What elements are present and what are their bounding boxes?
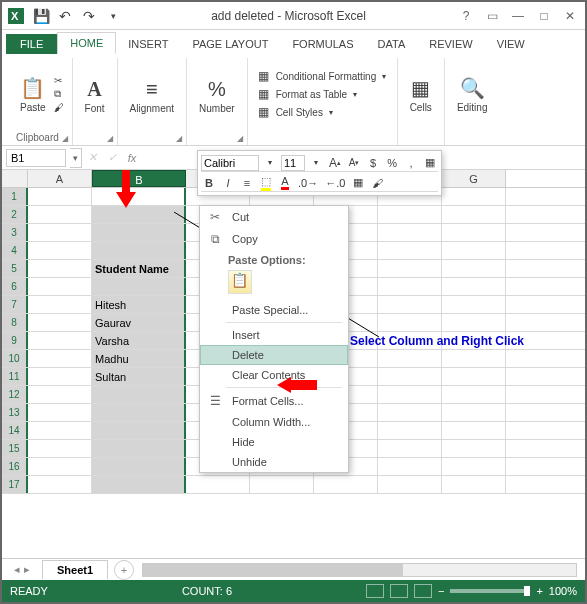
cell-B12[interactable] — [92, 386, 186, 403]
sheet-tab-1[interactable]: Sheet1 — [42, 560, 108, 579]
maximize-button[interactable]: □ — [531, 6, 557, 26]
mini-border2[interactable]: ≡ — [239, 174, 255, 192]
cell-G7[interactable] — [442, 296, 506, 313]
format-painter-icon[interactable]: 🖌 — [54, 102, 64, 113]
row-header-15[interactable]: 15 — [2, 440, 28, 457]
font-button[interactable]: AFont — [81, 76, 109, 116]
col-header-b[interactable]: B — [92, 170, 186, 187]
ctx-clear-contents[interactable]: Clear Contents — [200, 365, 348, 385]
cell-B10[interactable]: Madhu — [92, 350, 186, 367]
row-header-11[interactable]: 11 — [2, 368, 28, 385]
clipboard-launcher[interactable]: ◢ — [62, 134, 68, 143]
cell-F6[interactable] — [378, 278, 442, 295]
tab-view[interactable]: VIEW — [485, 34, 537, 54]
cell-F7[interactable] — [378, 296, 442, 313]
format-as-table-button[interactable]: ▦Format as Table▾ — [256, 86, 389, 102]
conditional-formatting-button[interactable]: ▦Conditional Formatting▾ — [256, 68, 389, 84]
tab-data[interactable]: DATA — [366, 34, 418, 54]
mini-merge[interactable]: ▦ — [350, 174, 366, 192]
mini-dec-decimal[interactable]: .0→ — [296, 174, 320, 192]
cell-A9[interactable] — [28, 332, 92, 349]
editing-button[interactable]: 🔍Editing — [453, 74, 492, 115]
cell-B4[interactable] — [92, 242, 186, 259]
ctx-unhide[interactable]: Unhide — [200, 452, 348, 472]
row-header-12[interactable]: 12 — [2, 386, 28, 403]
mini-comma[interactable]: , — [403, 154, 419, 172]
tab-review[interactable]: REVIEW — [417, 34, 484, 54]
row-header-17[interactable]: 17 — [2, 476, 28, 493]
cell-F12[interactable] — [378, 386, 442, 403]
ctx-format-cells[interactable]: ☰Format Cells... — [200, 390, 348, 412]
mini-font-color[interactable]: A — [277, 174, 293, 192]
cell-G4[interactable] — [442, 242, 506, 259]
cell-F13[interactable] — [378, 404, 442, 421]
mini-format-painter[interactable]: 🖌 — [369, 174, 385, 192]
zoom-slider[interactable] — [450, 589, 530, 593]
help-button[interactable]: ? — [453, 6, 479, 26]
cell-B11[interactable]: Sultan — [92, 368, 186, 385]
mini-bold[interactable]: B — [201, 174, 217, 192]
cell-E17[interactable] — [314, 476, 378, 493]
mini-percent[interactable]: % — [384, 154, 400, 172]
cell-B2[interactable] — [92, 206, 186, 223]
mini-font-dd[interactable]: ▾ — [262, 154, 278, 172]
row-header-16[interactable]: 16 — [2, 458, 28, 475]
undo-button[interactable]: ↶ — [54, 5, 76, 27]
cell-F15[interactable] — [378, 440, 442, 457]
cell-A11[interactable] — [28, 368, 92, 385]
mini-currency[interactable]: $ — [365, 154, 381, 172]
tab-formulas[interactable]: FORMULAS — [280, 34, 365, 54]
cell-F17[interactable] — [378, 476, 442, 493]
save-button[interactable]: 💾 — [30, 5, 52, 27]
row-header-5[interactable]: 5 — [2, 260, 28, 277]
col-header-g[interactable]: G — [442, 170, 506, 187]
tab-file[interactable]: FILE — [6, 34, 57, 54]
cell-F8[interactable] — [378, 314, 442, 331]
view-page-layout[interactable] — [390, 584, 408, 598]
cell-B16[interactable] — [92, 458, 186, 475]
cell-A7[interactable] — [28, 296, 92, 313]
row-header-6[interactable]: 6 — [2, 278, 28, 295]
cell-B7[interactable]: Hitesh — [92, 296, 186, 313]
add-sheet-button[interactable]: + — [114, 560, 134, 580]
col-header-a[interactable]: A — [28, 170, 92, 187]
cell-B6[interactable] — [92, 278, 186, 295]
cell-F14[interactable] — [378, 422, 442, 439]
cell-F3[interactable] — [378, 224, 442, 241]
paste-button[interactable]: 📋Paste — [16, 74, 50, 115]
cell-G16[interactable] — [442, 458, 506, 475]
copy-icon[interactable]: ⧉ — [54, 88, 64, 100]
cell-G13[interactable] — [442, 404, 506, 421]
tab-page-layout[interactable]: PAGE LAYOUT — [180, 34, 280, 54]
cell-A5[interactable] — [28, 260, 92, 277]
row-header-13[interactable]: 13 — [2, 404, 28, 421]
tab-insert[interactable]: INSERT — [116, 34, 180, 54]
cell-A3[interactable] — [28, 224, 92, 241]
cell-A10[interactable] — [28, 350, 92, 367]
cell-G17[interactable] — [442, 476, 506, 493]
cell-F4[interactable] — [378, 242, 442, 259]
name-box[interactable] — [6, 149, 66, 167]
horizontal-scrollbar[interactable] — [142, 563, 577, 577]
name-box-dropdown[interactable]: ▾ — [70, 148, 82, 168]
mini-font-name[interactable] — [201, 155, 259, 171]
cell-B8[interactable]: Gaurav — [92, 314, 186, 331]
number-button[interactable]: %Number — [195, 76, 239, 116]
cell-A8[interactable] — [28, 314, 92, 331]
ctx-cut[interactable]: ✂Cut — [200, 206, 348, 228]
cell-G6[interactable] — [442, 278, 506, 295]
mini-inc-decimal[interactable]: ←.0 — [323, 174, 347, 192]
cell-G10[interactable] — [442, 350, 506, 367]
number-launcher[interactable]: ◢ — [237, 134, 243, 143]
row-header-2[interactable]: 2 — [2, 206, 28, 223]
alignment-launcher[interactable]: ◢ — [176, 134, 182, 143]
mini-grow-font[interactable]: A▴ — [327, 154, 343, 172]
cell-B15[interactable] — [92, 440, 186, 457]
enter-fx[interactable]: ✓ — [102, 151, 122, 164]
row-header-7[interactable]: 7 — [2, 296, 28, 313]
row-header-3[interactable]: 3 — [2, 224, 28, 241]
ctx-insert[interactable]: Insert — [200, 325, 348, 345]
cell-A1[interactable] — [28, 188, 92, 205]
row-header-1[interactable]: 1 — [2, 188, 28, 205]
close-button[interactable]: ✕ — [557, 6, 583, 26]
